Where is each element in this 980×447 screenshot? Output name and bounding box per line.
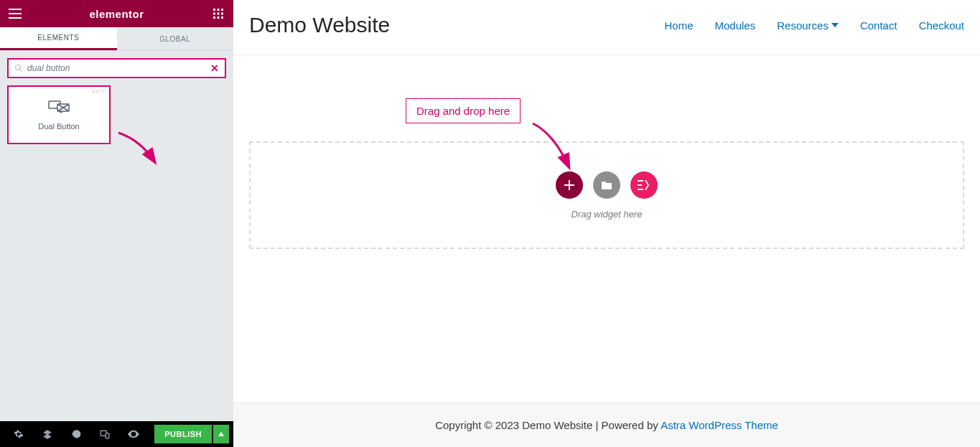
settings-icon[interactable] <box>4 421 33 447</box>
svg-rect-9 <box>213 17 215 19</box>
publish-options-button[interactable] <box>213 425 229 443</box>
history-icon[interactable] <box>62 421 90 447</box>
svg-rect-7 <box>217 13 219 15</box>
footer-text: Copyright © 2023 Demo Website | Powered … <box>435 419 661 431</box>
svg-rect-2 <box>9 17 22 19</box>
site-title: Demo Website <box>249 13 390 37</box>
widgets-grid-icon[interactable] <box>210 6 226 22</box>
svg-rect-5 <box>221 9 223 11</box>
navigator-icon[interactable] <box>33 421 62 447</box>
svg-rect-3 <box>213 9 215 11</box>
tab-elements[interactable]: ELEMENTS <box>0 27 117 50</box>
widget-badge: EKIT <box>89 87 109 96</box>
svg-point-12 <box>16 65 21 70</box>
brand-label: elementor <box>89 8 144 20</box>
site-header: Demo Website Home Modules Resources Cont… <box>233 0 980 55</box>
drop-hint-text: Drag widget here <box>571 209 643 220</box>
add-section-button[interactable] <box>556 171 583 199</box>
elementskit-button[interactable] <box>630 171 658 199</box>
site-footer: Copyright © 2023 Demo Website | Powered … <box>233 403 980 447</box>
svg-line-13 <box>20 70 22 72</box>
preview-icon[interactable] <box>119 421 148 447</box>
template-library-button[interactable] <box>593 171 620 199</box>
widgets-list: EKIT Dual Button <box>0 85 233 144</box>
search-input[interactable] <box>23 63 210 73</box>
sidebar-header: elementor <box>0 0 233 27</box>
svg-rect-8 <box>221 13 223 15</box>
tab-global[interactable]: GLOBAL <box>117 27 234 50</box>
svg-rect-4 <box>217 9 219 11</box>
svg-rect-23 <box>638 184 642 186</box>
sidebar-bottom-bar: PUBLISH <box>0 421 233 447</box>
sidebar-tabs: ELEMENTS GLOBAL <box>0 27 233 51</box>
search-box: ✕ <box>7 58 226 78</box>
chevron-down-icon <box>831 23 839 27</box>
svg-rect-1 <box>9 13 22 14</box>
site-nav: Home Modules Resources Contact Checkout <box>665 19 965 32</box>
dual-button-icon <box>48 99 70 115</box>
nav-resources-label: Resources <box>777 19 829 32</box>
footer-theme-link[interactable]: Astra WordPress Theme <box>661 419 778 431</box>
clear-search-icon[interactable]: ✕ <box>210 62 219 74</box>
svg-rect-19 <box>106 433 109 438</box>
svg-rect-22 <box>638 180 643 182</box>
svg-rect-21 <box>564 184 574 186</box>
svg-rect-0 <box>9 9 22 10</box>
search-icon <box>14 64 23 72</box>
elementor-sidebar: elementor ELEMENTS GLOBAL ✕ EKIT <box>0 0 233 447</box>
publish-button[interactable]: PUBLISH <box>154 425 212 443</box>
widget-dual-button[interactable]: EKIT Dual Button <box>7 85 111 144</box>
nav-home[interactable]: Home <box>665 19 694 32</box>
canvas-body: Drag and drop here Drag widget here <box>233 55 980 403</box>
annotation-callout: Drag and drop here <box>406 98 521 123</box>
svg-rect-11 <box>221 17 223 19</box>
nav-modules[interactable]: Modules <box>715 19 756 32</box>
responsive-icon[interactable] <box>90 421 119 447</box>
nav-checkout[interactable]: Checkout <box>919 19 964 32</box>
menu-icon[interactable] <box>7 6 23 22</box>
drop-actions <box>556 171 658 199</box>
nav-resources[interactable]: Resources <box>777 19 839 32</box>
drop-zone[interactable]: Drag widget here <box>249 141 964 249</box>
widget-label: Dual Button <box>38 122 79 131</box>
svg-rect-10 <box>217 17 219 19</box>
editor-canvas: Demo Website Home Modules Resources Cont… <box>233 0 980 447</box>
svg-rect-6 <box>213 13 215 15</box>
svg-rect-24 <box>638 189 643 190</box>
nav-contact[interactable]: Contact <box>860 19 897 32</box>
search-wrap: ✕ <box>0 51 233 85</box>
